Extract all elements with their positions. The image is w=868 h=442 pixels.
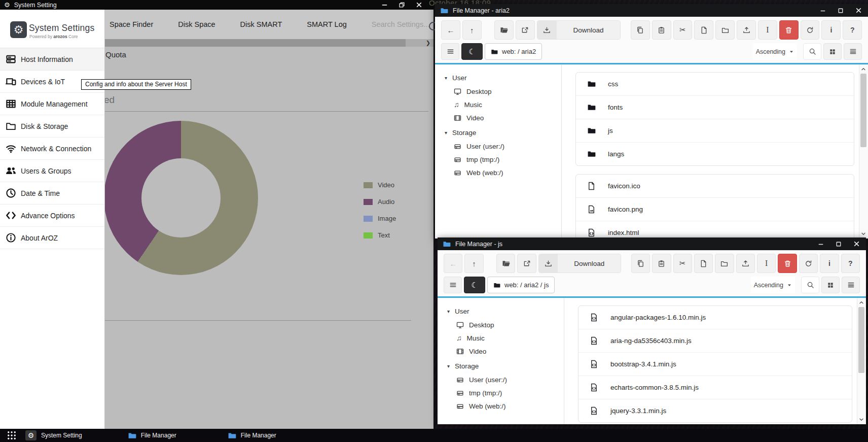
list-item[interactable]: js — [576, 119, 854, 143]
list-item[interactable]: bootstrap-3.4.1.min.js — [578, 353, 852, 376]
list-item[interactable]: fonts — [576, 96, 854, 119]
search-button[interactable] — [803, 43, 821, 60]
menu-button[interactable] — [444, 277, 462, 293]
download-button[interactable]: Download — [537, 20, 621, 40]
cut-button[interactable]: ✂ — [673, 20, 693, 40]
fm-js-titlebar[interactable]: File Manager - js — [438, 237, 866, 250]
maximize-button[interactable] — [837, 7, 844, 14]
scrollbar-thumb[interactable] — [104, 39, 406, 47]
tree-section-storage[interactable]: ▾Storage — [435, 124, 561, 140]
new-folder-button[interactable] — [715, 20, 735, 40]
upload-button[interactable] — [737, 20, 756, 40]
dark-mode-button[interactable]: ☾ — [461, 43, 483, 60]
open-external-button[interactable] — [517, 254, 536, 273]
back-button[interactable]: ← — [441, 20, 460, 40]
tree-item-user-drive[interactable]: User (user:/) — [435, 140, 561, 153]
breadcrumb[interactable]: web: / aria2 — [485, 43, 542, 60]
tree-section-storage[interactable]: ▾Storage — [438, 358, 564, 373]
tree-section-user[interactable]: ▾User — [438, 303, 564, 318]
maximize-button[interactable] — [835, 241, 842, 248]
open-folder-button[interactable] — [496, 254, 515, 273]
chevron-right-icon[interactable]: ❯ — [426, 39, 430, 47]
app-launcher-button[interactable] — [7, 430, 17, 440]
back-button[interactable]: ← — [444, 254, 462, 273]
copy-button[interactable] — [631, 254, 650, 273]
list-view-button[interactable] — [844, 43, 862, 60]
minimize-button[interactable] — [381, 2, 388, 9]
restore-button[interactable] — [398, 2, 405, 9]
fm-aria2-titlebar[interactable]: File Manager - aria2 — [435, 4, 868, 17]
sidebar-item-host-information[interactable]: Host Information — [0, 48, 104, 71]
up-button[interactable]: ↑ — [464, 254, 483, 273]
rename-ibeam-button[interactable]: I — [758, 20, 777, 40]
tree-item-desktop[interactable]: Desktop — [435, 85, 561, 98]
new-folder-button[interactable] — [715, 254, 734, 273]
tab-disk-smart[interactable]: Disk SMART — [240, 20, 282, 28]
taskbar-item-file-manager-2[interactable]: File Manager — [228, 431, 276, 440]
list-item[interactable]: css — [576, 73, 854, 96]
list-item[interactable]: jquery-3.3.1.min.js — [578, 399, 852, 422]
new-file-button[interactable] — [694, 254, 713, 273]
tab-disk-space[interactable]: Disk Space — [178, 20, 215, 28]
sidebar-item-date-time[interactable]: Date & Time — [0, 182, 104, 205]
vertical-scrollbar[interactable] — [857, 298, 866, 424]
tree-item-tmp-drive[interactable]: tmp (tmp:/) — [438, 386, 564, 399]
help-button[interactable]: ? — [841, 254, 860, 273]
settings-search-placeholder[interactable]: Search Settings... — [372, 20, 429, 28]
tree-section-user[interactable]: ▾User — [435, 70, 561, 85]
tab-smart-log[interactable]: SMART Log — [307, 20, 346, 28]
close-button[interactable] — [415, 2, 422, 9]
horizontal-scrollbar[interactable]: ❯ — [104, 39, 433, 47]
list-view-button[interactable] — [842, 277, 860, 293]
close-button[interactable] — [855, 7, 862, 14]
cut-button[interactable]: ✂ — [673, 254, 692, 273]
minimize-button[interactable] — [819, 7, 826, 14]
refresh-button[interactable] — [799, 254, 818, 273]
sidebar-item-disk-storage[interactable]: Disk & Storage — [0, 115, 104, 138]
list-item[interactable]: aria-ng-da5356c403.min.js — [578, 329, 852, 353]
new-file-button[interactable] — [694, 20, 713, 40]
tab-space-finder[interactable]: Space Finder — [110, 20, 153, 28]
tree-item-video[interactable]: Video — [438, 345, 564, 358]
sidebar-item-advance-options[interactable]: Advance Options — [0, 205, 104, 227]
breadcrumb[interactable]: web: / aria2 / js — [487, 277, 555, 293]
tree-item-desktop[interactable]: Desktop — [438, 318, 564, 331]
minimize-button[interactable] — [817, 241, 824, 248]
taskbar-item-file-manager-1[interactable]: File Manager — [128, 431, 176, 440]
close-button[interactable] — [853, 241, 860, 248]
list-item[interactable]: favicon.png — [576, 198, 854, 221]
refresh-button[interactable] — [801, 20, 820, 40]
delete-button[interactable] — [778, 254, 797, 273]
sidebar-item-about-aroz[interactable]: About ArOZ — [0, 227, 104, 249]
open-external-button[interactable] — [516, 20, 535, 40]
scrollbar-thumb[interactable] — [858, 307, 864, 373]
vertical-scrollbar[interactable] — [859, 64, 868, 239]
taskbar-item-system-setting[interactable]: ⚙ System Setting — [25, 430, 82, 440]
search-button[interactable] — [801, 277, 819, 293]
list-item[interactable]: angular-packages-1.6.10.min.js — [578, 306, 852, 329]
grid-view-button[interactable] — [821, 277, 840, 293]
tree-item-web-drive[interactable]: Web (web:/) — [438, 399, 564, 413]
list-item[interactable]: index.html — [576, 221, 854, 239]
copy-button[interactable] — [631, 20, 650, 40]
tree-item-tmp-drive[interactable]: tmp (tmp:/) — [435, 153, 561, 166]
tree-item-web-drive[interactable]: Web (web:/) — [435, 166, 561, 179]
menu-button[interactable] — [441, 43, 459, 60]
list-item[interactable]: echarts-common-3.8.5.min.js — [578, 376, 852, 399]
sidebar-item-network-connection[interactable]: Network & Connection — [0, 138, 104, 160]
sidebar-item-module-management[interactable]: Module Management — [0, 93, 104, 115]
paste-button[interactable] — [652, 254, 671, 273]
rename-ibeam-button[interactable]: I — [757, 254, 776, 273]
tree-item-music[interactable]: ♫Music — [438, 331, 564, 345]
delete-button[interactable] — [779, 20, 799, 40]
paste-button[interactable] — [652, 20, 671, 40]
list-item[interactable]: favicon.ico — [576, 175, 854, 198]
info-button[interactable]: i — [820, 254, 839, 273]
sort-dropdown[interactable]: Ascending — [751, 277, 795, 293]
sort-dropdown[interactable]: Ascending — [753, 43, 797, 60]
upload-button[interactable] — [736, 254, 755, 273]
download-button[interactable]: Download — [538, 254, 622, 273]
tree-item-video[interactable]: Video — [435, 111, 561, 124]
scrollbar-thumb[interactable] — [860, 74, 866, 147]
sidebar-item-users-groups[interactable]: Users & Groups — [0, 160, 104, 182]
